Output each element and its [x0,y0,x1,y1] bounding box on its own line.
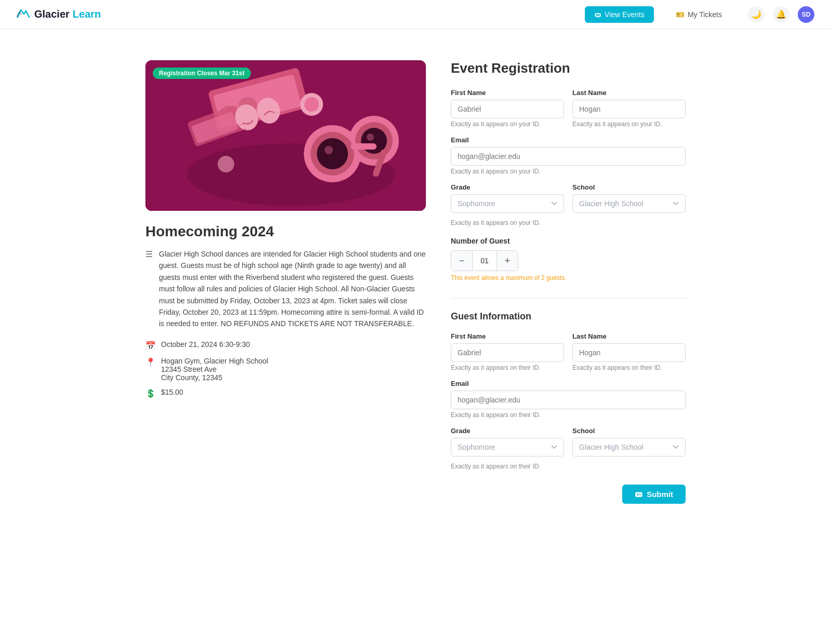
first-name-label: First Name [451,89,564,97]
school-select[interactable]: Glacier High School Other [572,194,686,213]
num-guests-label: Number of Guest [451,237,686,245]
guest-email-group: Email Exactly as it appears on their ID. [451,380,686,419]
guest-info-section: Guest Information First Name Exactly as … [451,311,686,470]
first-name-hint: Exactly as it appears on your ID. [451,120,564,128]
guest-school-label: School [572,427,686,435]
main-content: Registration Closes Mar 31st [104,29,727,535]
name-row: First Name Exactly as it appears on your… [451,89,686,128]
grade-select[interactable]: Sophomore Freshman Junior Senior [451,194,564,213]
view-events-button[interactable]: 🎟 View Events [585,6,654,23]
registration-panel: Event Registration First Name Exactly as… [451,60,686,504]
guest-last-name-hint: Exactly as it appears on their ID. [572,364,686,371]
event-address-line2: City County, 12345 [161,373,268,382]
email-row: Email Exactly as it appears on your ID. [451,136,686,175]
bell-icon: 🔔 [776,9,786,19]
email-input[interactable] [451,147,686,166]
guest-count-value: 01 [472,251,497,271]
guest-grade-select[interactable]: Sophomore Freshman Junior Senior [451,438,564,457]
guest-grade-school-row: Grade Sophomore Freshman Junior Senior S… [451,427,686,457]
grade-group: Grade Sophomore Freshman Junior Senior [451,183,564,213]
last-name-hint: Exactly as it appears on your ID. [572,120,686,128]
guest-last-name-group: Last Name Exactly as it appears on their… [572,332,686,371]
event-date-row: 📅 October 21, 2024 6:30-9:30 [145,340,426,351]
guest-first-name-group: First Name Exactly as it appears on thei… [451,332,564,371]
event-title: Homecoming 2024 [145,223,426,240]
event-meta: 📅 October 21, 2024 6:30-9:30 📍 Hogan Gym… [145,340,426,398]
description-icon: ☰ [145,249,153,330]
guest-first-name-hint: Exactly as it appears on their ID. [451,364,564,371]
event-address-line1: 12345 Street Ave [161,365,268,373]
increment-button[interactable]: + [497,251,518,271]
navbar: GlacierLearn 🎟 View Events 🎫 My Tickets … [0,0,831,29]
svg-point-23 [304,97,319,112]
guest-last-name-label: Last Name [572,332,686,340]
price-icon: 💲 [145,388,156,398]
grade-school-row: Grade Sophomore Freshman Junior Senior S… [451,183,686,213]
guest-last-name-input[interactable] [572,343,686,362]
grade-school-hint-row: Exactly as it appears on your ID. [451,217,686,226]
guest-email-input[interactable] [451,391,686,409]
my-tickets-button[interactable]: 🎫 My Tickets [666,6,731,23]
grade-label: Grade [451,183,564,191]
school-label: School [572,183,686,191]
event-price-row: 💲 $15.00 [145,388,426,398]
guest-name-row: First Name Exactly as it appears on thei… [451,332,686,371]
registration-badge: Registration Closes Mar 31st [153,68,251,79]
submit-icon: 🎟 [635,490,642,499]
last-name-label: Last Name [572,89,686,97]
guest-school-select[interactable]: Glacier High School Other [572,438,686,457]
submit-row: 🎟 Submit [451,485,686,504]
moon-icon: 🌙 [751,9,761,19]
guest-first-name-input[interactable] [451,343,564,362]
svg-point-24 [218,156,234,172]
svg-point-12 [325,146,333,154]
guest-email-row: Email Exactly as it appears on their ID. [451,380,686,419]
tickets-icon: 🎫 [676,10,685,19]
event-location-name: Hogan Gym, Glacier High School [161,357,268,365]
logo-glacier-text: Glacier [34,8,70,20]
guest-school-group: School Glacier High School Other [572,427,686,457]
ticket-icon: 🎟 [594,10,601,19]
event-details-panel: Registration Closes Mar 31st [145,60,426,504]
svg-point-10 [317,138,348,169]
first-name-group: First Name Exactly as it appears on your… [451,89,564,128]
guest-count-section: Number of Guest − 01 + This event allows… [451,237,686,281]
logo-learn-text: Learn [73,8,101,20]
event-price: $15.00 [161,388,183,396]
dark-mode-toggle[interactable]: 🌙 [748,6,765,23]
email-label: Email [451,136,686,144]
logo-icon [17,8,31,21]
guest-email-hint: Exactly as it appears on their ID. [451,411,686,419]
guest-first-name-label: First Name [451,332,564,340]
description-text: Glacier High School dances are intended … [159,248,426,330]
calendar-icon: 📅 [145,341,156,351]
guest-email-label: Email [451,380,686,387]
guest-max-note: This event allows a maximum of 2 guests. [451,274,686,281]
guest-grade-group: Grade Sophomore Freshman Junior Senior [451,427,564,457]
guest-section-title: Guest Information [451,311,686,322]
decrement-button[interactable]: − [451,251,472,271]
logo: GlacierLearn [17,8,101,21]
last-name-group: Last Name Exactly as it appears on your … [572,89,686,128]
school-group: School Glacier High School Other [572,183,686,213]
location-icon: 📍 [145,357,156,367]
notifications-button[interactable]: 🔔 [773,6,789,23]
submit-button[interactable]: 🎟 Submit [622,485,686,504]
submit-label: Submit [647,490,673,499]
guest-grade-label: Grade [451,427,564,435]
event-description: ☰ Glacier High School dances are intende… [145,248,426,330]
event-date: October 21, 2024 6:30-9:30 [161,340,250,348]
first-name-input[interactable] [451,100,564,118]
user-avatar[interactable]: SD [798,6,814,23]
last-name-input[interactable] [572,100,686,118]
form-title: Event Registration [451,60,686,76]
svg-point-13 [367,133,374,141]
grade-hint: Exactly as it appears on your ID. [451,219,686,226]
event-location-row: 📍 Hogan Gym, Glacier High School 12345 S… [145,357,426,382]
guest-counter: − 01 + [451,250,518,271]
section-divider [451,298,686,299]
event-image: Registration Closes Mar 31st [145,60,426,211]
email-group: Email Exactly as it appears on your ID. [451,136,686,175]
svg-rect-14 [351,143,377,150]
guest-grade-hint: Exactly as it appears on their ID. [451,463,686,470]
